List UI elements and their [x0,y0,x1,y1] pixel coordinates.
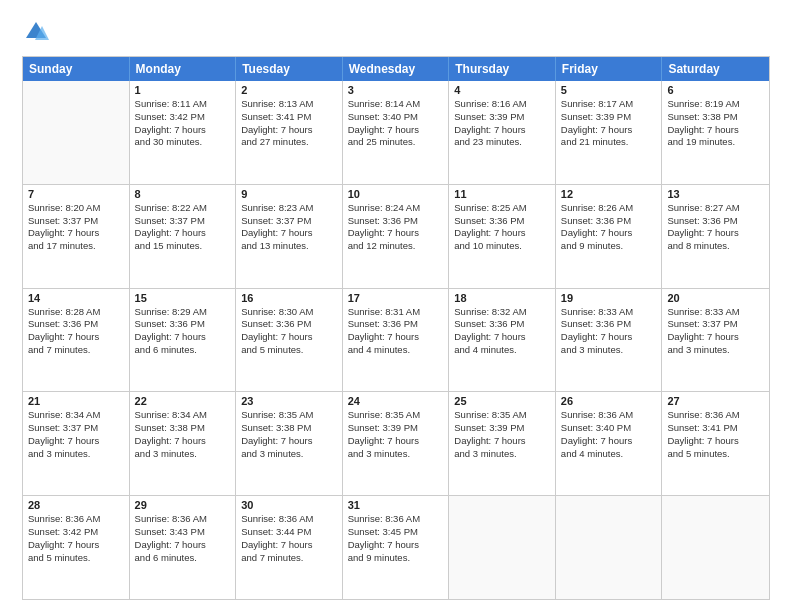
cell-info-line: Sunset: 3:36 PM [454,318,550,331]
day-number: 4 [454,84,550,96]
cell-info-line: and 8 minutes. [667,240,764,253]
day-number: 19 [561,292,657,304]
day-number: 3 [348,84,444,96]
cell-info-line: Daylight: 7 hours [454,331,550,344]
cell-info-line: Sunrise: 8:14 AM [348,98,444,111]
day-number: 1 [135,84,231,96]
calendar-week-2: 7Sunrise: 8:20 AMSunset: 3:37 PMDaylight… [23,184,769,288]
cell-info-line: and 10 minutes. [454,240,550,253]
cell-info-line: Daylight: 7 hours [28,435,124,448]
calendar-cell-w5d2: 29Sunrise: 8:36 AMSunset: 3:43 PMDayligh… [130,496,237,599]
cell-info-line: Daylight: 7 hours [135,331,231,344]
cell-info-line: and 3 minutes. [454,448,550,461]
cell-info-line: Daylight: 7 hours [454,227,550,240]
cell-info-line: and 6 minutes. [135,344,231,357]
calendar-week-1: 1Sunrise: 8:11 AMSunset: 3:42 PMDaylight… [23,81,769,184]
cell-info-line: and 3 minutes. [135,448,231,461]
day-number: 10 [348,188,444,200]
cell-info-line: Sunrise: 8:35 AM [241,409,337,422]
day-number: 26 [561,395,657,407]
cell-info-line: Sunrise: 8:35 AM [348,409,444,422]
cell-info-line: Daylight: 7 hours [561,331,657,344]
calendar-cell-w4d5: 25Sunrise: 8:35 AMSunset: 3:39 PMDayligh… [449,392,556,495]
cell-info-line: and 17 minutes. [28,240,124,253]
cell-info-line: and 4 minutes. [454,344,550,357]
cell-info-line: Daylight: 7 hours [241,435,337,448]
calendar-cell-w2d2: 8Sunrise: 8:22 AMSunset: 3:37 PMDaylight… [130,185,237,288]
day-number: 13 [667,188,764,200]
cell-info-line: Sunset: 3:36 PM [561,215,657,228]
cell-info-line: Sunset: 3:42 PM [135,111,231,124]
day-number: 28 [28,499,124,511]
cell-info-line: and 3 minutes. [667,344,764,357]
calendar-cell-w4d4: 24Sunrise: 8:35 AMSunset: 3:39 PMDayligh… [343,392,450,495]
day-number: 17 [348,292,444,304]
cell-info-line: and 4 minutes. [348,344,444,357]
cell-info-line: Sunset: 3:39 PM [348,422,444,435]
calendar-cell-w4d7: 27Sunrise: 8:36 AMSunset: 3:41 PMDayligh… [662,392,769,495]
calendar-cell-w1d4: 3Sunrise: 8:14 AMSunset: 3:40 PMDaylight… [343,81,450,184]
cell-info-line: Daylight: 7 hours [667,227,764,240]
cell-info-line: Daylight: 7 hours [667,331,764,344]
day-number: 9 [241,188,337,200]
cell-info-line: and 30 minutes. [135,136,231,149]
cell-info-line: Sunrise: 8:36 AM [135,513,231,526]
cell-info-line: Daylight: 7 hours [348,227,444,240]
cell-info-line: Daylight: 7 hours [135,539,231,552]
cell-info-line: Sunrise: 8:28 AM [28,306,124,319]
calendar-week-5: 28Sunrise: 8:36 AMSunset: 3:42 PMDayligh… [23,495,769,599]
cell-info-line: Sunrise: 8:17 AM [561,98,657,111]
logo [22,18,53,46]
cell-info-line: Sunrise: 8:29 AM [135,306,231,319]
cell-info-line: Sunrise: 8:34 AM [28,409,124,422]
cell-info-line: Sunset: 3:36 PM [28,318,124,331]
calendar-cell-w3d5: 18Sunrise: 8:32 AMSunset: 3:36 PMDayligh… [449,289,556,392]
calendar-cell-w4d2: 22Sunrise: 8:34 AMSunset: 3:38 PMDayligh… [130,392,237,495]
cell-info-line: Sunset: 3:38 PM [241,422,337,435]
cell-info-line: Daylight: 7 hours [454,435,550,448]
day-number: 5 [561,84,657,96]
cell-info-line: and 12 minutes. [348,240,444,253]
cell-info-line: Daylight: 7 hours [561,435,657,448]
day-number: 29 [135,499,231,511]
calendar-week-3: 14Sunrise: 8:28 AMSunset: 3:36 PMDayligh… [23,288,769,392]
cell-info-line: Daylight: 7 hours [241,331,337,344]
cell-info-line: Sunset: 3:41 PM [667,422,764,435]
cell-info-line: Daylight: 7 hours [135,227,231,240]
calendar-cell-w3d1: 14Sunrise: 8:28 AMSunset: 3:36 PMDayligh… [23,289,130,392]
calendar-cell-w3d6: 19Sunrise: 8:33 AMSunset: 3:36 PMDayligh… [556,289,663,392]
day-number: 15 [135,292,231,304]
cell-info-line: Sunset: 3:38 PM [135,422,231,435]
calendar-header-thursday: Thursday [449,57,556,81]
cell-info-line: Sunrise: 8:25 AM [454,202,550,215]
calendar-header-tuesday: Tuesday [236,57,343,81]
cell-info-line: Sunset: 3:36 PM [454,215,550,228]
cell-info-line: Daylight: 7 hours [667,124,764,137]
cell-info-line: Daylight: 7 hours [241,227,337,240]
calendar: SundayMondayTuesdayWednesdayThursdayFrid… [22,56,770,600]
day-number: 31 [348,499,444,511]
cell-info-line: Sunrise: 8:32 AM [454,306,550,319]
day-number: 6 [667,84,764,96]
day-number: 30 [241,499,337,511]
day-number: 14 [28,292,124,304]
calendar-cell-w1d6: 5Sunrise: 8:17 AMSunset: 3:39 PMDaylight… [556,81,663,184]
cell-info-line: Sunset: 3:38 PM [667,111,764,124]
calendar-body: 1Sunrise: 8:11 AMSunset: 3:42 PMDaylight… [23,81,769,599]
cell-info-line: and 5 minutes. [667,448,764,461]
cell-info-line: Sunset: 3:44 PM [241,526,337,539]
calendar-cell-w5d5 [449,496,556,599]
cell-info-line: Sunset: 3:37 PM [28,422,124,435]
calendar-cell-w1d2: 1Sunrise: 8:11 AMSunset: 3:42 PMDaylight… [130,81,237,184]
calendar-cell-w3d3: 16Sunrise: 8:30 AMSunset: 3:36 PMDayligh… [236,289,343,392]
cell-info-line: Sunset: 3:37 PM [28,215,124,228]
cell-info-line: Daylight: 7 hours [241,539,337,552]
calendar-cell-w5d3: 30Sunrise: 8:36 AMSunset: 3:44 PMDayligh… [236,496,343,599]
calendar-cell-w2d1: 7Sunrise: 8:20 AMSunset: 3:37 PMDaylight… [23,185,130,288]
cell-info-line: Daylight: 7 hours [135,435,231,448]
day-number: 27 [667,395,764,407]
cell-info-line: Sunset: 3:45 PM [348,526,444,539]
cell-info-line: Sunrise: 8:33 AM [667,306,764,319]
cell-info-line: and 25 minutes. [348,136,444,149]
cell-info-line: Sunrise: 8:36 AM [667,409,764,422]
